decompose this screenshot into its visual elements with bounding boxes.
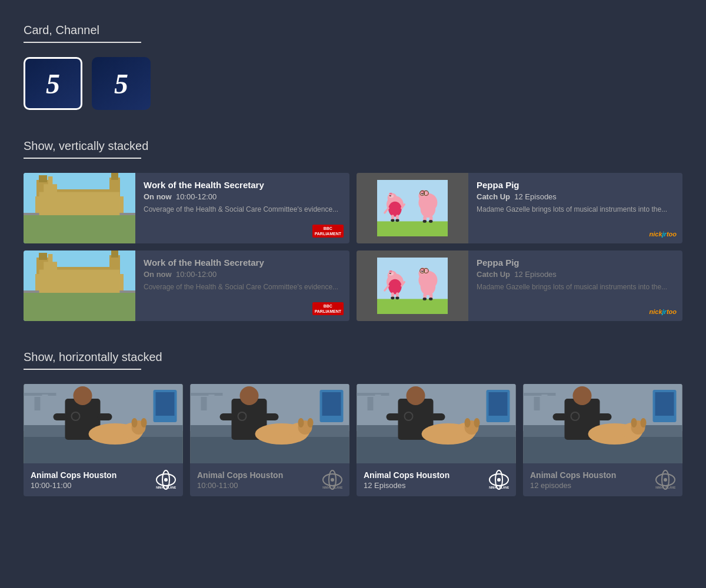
svg-rect-15 <box>97 199 102 205</box>
horizontal-section-title: Show, horizontally stacked <box>24 350 682 364</box>
channel-cards-container: 5 5 <box>24 57 682 110</box>
svg-text:ANIMAL PLANET: ANIMAL PLANET <box>655 486 675 489</box>
show-sub-h3: 12 Episodes <box>364 481 449 490</box>
show-description-v2: Madame Gazelle brings lots of musical in… <box>477 205 674 215</box>
svg-point-44 <box>421 201 436 218</box>
svg-rect-5 <box>36 180 49 196</box>
svg-rect-141 <box>322 392 341 416</box>
show-info-bottom-h1: Animal Cops Houston 10:00-11:00 ANIMAL P… <box>24 463 183 496</box>
show-text-h2: Animal Cops Houston 10:00-11:00 <box>197 470 283 490</box>
svg-rect-197 <box>542 395 548 410</box>
svg-rect-171 <box>375 395 381 410</box>
svg-point-30 <box>391 219 394 222</box>
show-card-v3[interactable]: Work of the Health Secretary On now 10:0… <box>24 250 349 321</box>
channel-card-1[interactable]: 5 <box>24 57 82 110</box>
show-thumb-h4 <box>523 384 682 463</box>
show-info-v1: Work of the Health Secretary On now 10:0… <box>135 173 349 243</box>
svg-rect-118 <box>35 397 41 410</box>
svg-rect-105 <box>98 413 112 420</box>
vertical-section-title: Show, vertically stacked <box>24 139 682 153</box>
show-thumb-v2 <box>357 173 468 243</box>
horizontal-grid: Animal Cops Houston 10:00-11:00 ANIMAL P… <box>24 384 682 496</box>
svg-rect-169 <box>360 396 366 410</box>
svg-point-135 <box>304 427 311 432</box>
svg-point-79 <box>395 296 399 299</box>
svg-rect-19 <box>377 221 448 236</box>
svg-rect-195 <box>527 396 532 410</box>
svg-point-188 <box>631 418 637 427</box>
channel-card-2[interactable]: 5 <box>92 57 151 110</box>
animalcops-illustration-4 <box>523 384 682 463</box>
svg-rect-10 <box>53 199 58 205</box>
svg-rect-116 <box>24 393 56 396</box>
svg-rect-16 <box>106 199 111 205</box>
show-title-h2: Animal Cops Houston <box>197 470 283 480</box>
show-card-v4[interactable]: Peppa Pig Catch Up 12 Episodes Madame Ga… <box>357 250 682 321</box>
svg-point-47 <box>423 220 427 223</box>
svg-point-189 <box>641 418 647 427</box>
nicktoo-badge-v2: nickjrtoo <box>650 230 677 238</box>
show-card-h4[interactable]: Animal Cops Houston 12 episodes ANIMAL P… <box>523 384 682 496</box>
svg-rect-4 <box>41 189 118 196</box>
show-thumb-h3 <box>357 384 516 463</box>
show-meta-v2: Catch Up 12 Episodes <box>477 192 674 201</box>
horizontal-section-divider <box>24 369 141 370</box>
show-card-h2[interactable]: Animal Cops Houston 10:00-11:00 ANIMAL P… <box>190 384 349 496</box>
show-info-v2: Peppa Pig Catch Up 12 Episodes Madame Ga… <box>468 173 682 243</box>
animal-planet-badge-h3: ANIMAL PLANET <box>489 470 509 490</box>
svg-point-165 <box>405 413 412 420</box>
svg-rect-63 <box>97 276 102 282</box>
show-meta-label-v2: Catch Up <box>477 192 510 201</box>
show-description-v3: Coverage of the Health & Social Care Com… <box>144 282 341 292</box>
svg-rect-145 <box>209 395 215 410</box>
show-sub-h4: 12 episodes <box>530 481 616 490</box>
show-title-v3: Work of the Health Secretary <box>144 258 341 268</box>
svg-rect-17 <box>24 213 135 215</box>
svg-rect-131 <box>264 413 279 420</box>
svg-point-48 <box>429 220 432 223</box>
show-meta-value-v1: 10:00-12:00 <box>176 192 217 201</box>
svg-point-74 <box>391 270 392 272</box>
svg-point-75 <box>388 279 401 295</box>
svg-rect-55 <box>109 255 120 274</box>
show-title-v2: Peppa Pig <box>477 180 674 190</box>
svg-point-155 <box>407 386 425 405</box>
svg-point-187 <box>637 427 644 432</box>
svg-rect-65 <box>24 290 135 293</box>
show-title-v1: Work of the Health Secretary <box>144 180 341 190</box>
svg-rect-6 <box>39 175 47 182</box>
svg-rect-56 <box>111 250 118 258</box>
bbc-parliament-badge-v3: BBCPARLIAMENT <box>312 302 344 315</box>
svg-point-96 <box>429 298 432 300</box>
animal-planet-badge-h1: ANIMAL PLANET <box>156 470 176 490</box>
show-card-h3[interactable]: Animal Cops Houston 12 Episodes ANIMAL P… <box>357 384 516 496</box>
show-thumb-v4 <box>357 250 468 321</box>
svg-rect-57 <box>44 276 49 282</box>
svg-rect-8 <box>111 173 118 180</box>
svg-rect-3 <box>35 196 124 215</box>
show-title-h3: Animal Cops Houston <box>364 470 449 480</box>
show-thumb-v3 <box>24 250 135 321</box>
show-meta-label-v1: On now <box>144 192 172 201</box>
svg-text:ANIMAL PLANET: ANIMAL PLANET <box>489 486 509 489</box>
svg-point-174 <box>497 478 501 482</box>
animalcops-illustration-1 <box>24 384 183 463</box>
svg-rect-13 <box>79 199 84 205</box>
svg-rect-183 <box>597 413 612 420</box>
svg-rect-130 <box>220 413 235 420</box>
svg-rect-182 <box>553 413 568 420</box>
nicktoo-badge-v4: nickjrtoo <box>650 308 677 315</box>
show-card-h1[interactable]: Animal Cops Houston 10:00-11:00 ANIMAL P… <box>24 384 183 496</box>
animalcops-illustration-3 <box>357 384 516 463</box>
svg-point-92 <box>421 278 436 295</box>
svg-rect-52 <box>41 267 118 274</box>
svg-rect-14 <box>88 199 93 205</box>
show-card-v2[interactable]: Peppa Pig Catch Up 12 Episodes Madame Ga… <box>357 173 682 243</box>
show-description-v1: Coverage of the Health & Social Care Com… <box>144 205 341 215</box>
svg-point-78 <box>391 296 394 299</box>
show-card-v1[interactable]: Work of the Health Secretary On now 10:0… <box>24 173 349 243</box>
vertical-section-divider <box>24 158 141 159</box>
channel-number-1: 5 <box>46 68 60 100</box>
svg-rect-7 <box>109 178 120 196</box>
bbc-parliament-badge-v1: BBCPARLIAMENT <box>312 225 344 238</box>
